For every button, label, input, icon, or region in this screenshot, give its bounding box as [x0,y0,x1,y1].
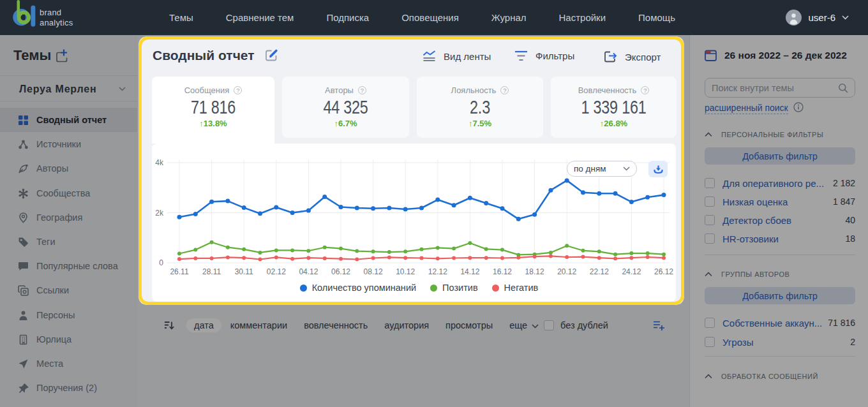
svg-text:14.12: 14.12 [460,267,479,276]
svg-text:04.12: 04.12 [299,267,318,276]
svg-text:12.12: 12.12 [428,267,447,276]
svg-text:10.12: 10.12 [396,267,415,276]
svg-text:22.12: 22.12 [590,267,609,276]
svg-text:24.12: 24.12 [622,267,641,276]
svg-text:06.12: 06.12 [331,267,350,276]
svg-text:4k: 4k [155,158,164,167]
svg-text:16.12: 16.12 [493,267,512,276]
svg-text:30.11: 30.11 [235,267,253,276]
svg-text:26.12: 26.12 [654,267,673,276]
svg-text:08.12: 08.12 [364,267,383,276]
svg-text:26.11: 26.11 [170,267,188,276]
svg-text:2k: 2k [155,209,164,218]
svg-text:02.12: 02.12 [267,267,286,276]
svg-text:0: 0 [159,258,163,267]
svg-text:28.11: 28.11 [202,267,221,276]
svg-text:20.12: 20.12 [557,267,576,276]
svg-text:18.12: 18.12 [525,267,544,276]
